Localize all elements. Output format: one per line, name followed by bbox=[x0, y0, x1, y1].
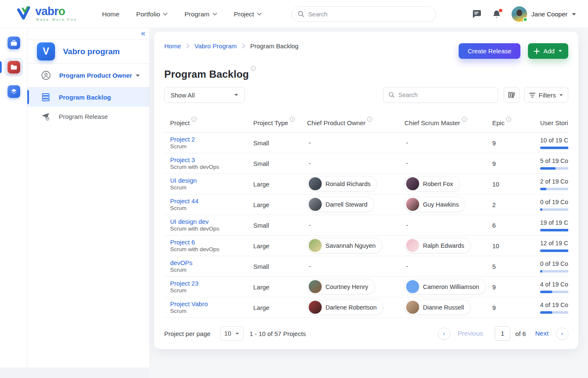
project-methodology: Scrum bbox=[170, 205, 253, 212]
project-methodology: Scrum bbox=[170, 287, 253, 294]
table-header-row: Projecti Project Typei Chief Product Own… bbox=[164, 113, 568, 133]
chief-scrum-master-pill[interactable]: Robert Fox bbox=[404, 176, 460, 192]
chevron-down-icon bbox=[559, 94, 563, 97]
breadcrumb-home[interactable]: Home bbox=[164, 42, 181, 50]
project-link[interactable]: devOPs bbox=[170, 259, 253, 267]
table-search-input[interactable] bbox=[398, 92, 493, 98]
chief-product-owner-pill[interactable]: Ronald Richards bbox=[307, 176, 377, 192]
chief-scrum-master-pill[interactable]: Guy Hawkins bbox=[404, 197, 465, 212]
progress-bar bbox=[540, 147, 568, 149]
project-link[interactable]: Project 2 bbox=[170, 136, 253, 143]
rail-item-portfolio[interactable] bbox=[0, 34, 27, 52]
brand-logo[interactable]: vabro Make Work Fun bbox=[17, 5, 77, 22]
user-stories-label: 5 of 19 Completed bbox=[540, 158, 568, 164]
project-link[interactable]: Project 44 bbox=[170, 197, 253, 205]
project-size: Small bbox=[253, 263, 307, 270]
user-stories-label: 0 of 19 Completed bbox=[540, 260, 568, 267]
page-title: Program Backlog bbox=[164, 68, 249, 80]
sidebar: « V Vabro program Program Product Owner … bbox=[27, 28, 150, 368]
nav-item-home[interactable]: Home bbox=[102, 10, 119, 18]
project-link[interactable]: Project Vabro bbox=[170, 300, 253, 308]
table-row[interactable]: Project 6 Scrum with devOps Large Savann… bbox=[164, 236, 568, 256]
chief-product-owner-pill[interactable]: Courtney Henry bbox=[307, 279, 375, 294]
nav-item-program[interactable]: Program bbox=[184, 10, 217, 18]
table-row[interactable]: UI design Scrum Large Ronald Richards Ro… bbox=[164, 174, 568, 194]
messages-icon[interactable] bbox=[471, 9, 481, 19]
chief-product-owner-cell: Darlene Robertson bbox=[307, 299, 404, 315]
chief-product-owner-pill[interactable]: Savannah Nguyen bbox=[307, 238, 382, 253]
rail-item-layers[interactable] bbox=[0, 82, 27, 101]
column-settings-button[interactable] bbox=[504, 87, 520, 103]
epic-count: 9 bbox=[492, 284, 540, 291]
filters-button[interactable]: Filters bbox=[524, 87, 568, 103]
project-size: Small bbox=[253, 222, 307, 229]
user-menu[interactable]: Jane Cooper bbox=[512, 6, 576, 22]
person-name: Robert Fox bbox=[423, 181, 453, 187]
info-icon: i bbox=[290, 117, 295, 122]
table-row[interactable]: Project 44 Scrum Large Darrell Steward G… bbox=[164, 194, 568, 215]
person-name: Ralph Edwards bbox=[423, 242, 464, 249]
user-stories-cell: 4 of 19 Completed bbox=[540, 281, 568, 293]
top-navbar: vabro Make Work Fun Home Portfolio Progr… bbox=[0, 0, 588, 28]
prev-page-circle-button[interactable]: ‹ bbox=[438, 328, 450, 340]
col-header-project: Projecti bbox=[164, 119, 253, 126]
table-row[interactable]: Project 3 Scrum with devOps Small - - 9 … bbox=[164, 153, 568, 174]
chevron-down-icon bbox=[572, 13, 576, 16]
nav-item-portfolio[interactable]: Portfolio bbox=[136, 10, 168, 18]
project-link[interactable]: Project 6 bbox=[170, 239, 253, 246]
chief-scrum-master-cell: Guy Hawkins bbox=[404, 197, 492, 213]
col-header-chief-scrum-master: Chief Scrum Masteri bbox=[404, 119, 492, 126]
chief-product-owner-pill[interactable]: Darrell Steward bbox=[307, 197, 374, 212]
user-stories-label: 4 of 19 Completed bbox=[540, 302, 568, 308]
sidebar-item-program-backlog[interactable]: Program Backlog bbox=[27, 87, 150, 107]
progress-bar bbox=[540, 188, 568, 190]
chief-scrum-master-pill[interactable]: Cameron Williamson bbox=[404, 279, 486, 294]
project-link[interactable]: Project 23 bbox=[170, 280, 253, 287]
table-row[interactable]: Project 2 Scrum Small - - 9 10 of 19 Com… bbox=[164, 133, 568, 153]
epic-count: 9 bbox=[492, 139, 540, 147]
chief-scrum-master-empty: - bbox=[404, 160, 408, 167]
page-input[interactable] bbox=[495, 326, 510, 341]
show-all-select[interactable]: Show All bbox=[164, 87, 245, 103]
table-row[interactable]: Project 23 Scrum Large Courtney Henry Ca… bbox=[164, 277, 568, 297]
create-release-button[interactable]: Create Release bbox=[459, 43, 520, 59]
avatar bbox=[512, 6, 527, 22]
search-input[interactable] bbox=[308, 11, 430, 18]
table-row[interactable]: devOPs Scrum Small - - 5 0 of 19 Complet… bbox=[164, 256, 568, 277]
breadcrumb-vabro-program[interactable]: Vabro Program bbox=[194, 42, 237, 50]
sidebar-item-program-release[interactable]: Program Release bbox=[27, 107, 150, 126]
user-stories-cell: 2 of 19 Completed bbox=[540, 178, 568, 190]
epic-count: 6 bbox=[492, 222, 540, 229]
briefcase-icon bbox=[8, 37, 20, 49]
chief-product-owner-pill[interactable]: Darlene Robertson bbox=[307, 299, 383, 315]
user-stories-label: 19 of 19 Completed bbox=[540, 219, 568, 226]
chief-scrum-master-pill[interactable]: Ralph Edwards bbox=[404, 238, 471, 253]
user-stories-label: 12 of 19 Completed bbox=[540, 240, 568, 247]
rail-item-projects-active[interactable] bbox=[0, 58, 27, 76]
nav-item-project[interactable]: Project bbox=[234, 10, 262, 18]
notifications-icon[interactable] bbox=[491, 9, 501, 19]
next-button[interactable]: Next bbox=[535, 330, 549, 337]
role-selector[interactable]: Program Product Owner bbox=[27, 64, 150, 87]
chief-product-owner-cell: Courtney Henry bbox=[307, 279, 404, 295]
rail-active-indicator bbox=[0, 61, 2, 73]
per-page-select[interactable]: 10 bbox=[220, 326, 244, 341]
progress-bar bbox=[540, 270, 568, 273]
previous-button[interactable]: Previous bbox=[458, 330, 483, 337]
chief-scrum-master-cell: - bbox=[404, 262, 492, 270]
user-stories-label: 0 of 19 Completed bbox=[540, 199, 568, 205]
table-row[interactable]: Project Vabro Scrum Large Darlene Robert… bbox=[164, 297, 568, 318]
table-row[interactable]: UI design dev Scrum with devOps Small - … bbox=[164, 215, 568, 236]
chief-scrum-master-cell: Ralph Edwards bbox=[404, 238, 492, 254]
user-stories-cell: 5 of 19 Completed bbox=[540, 158, 568, 170]
user-stories-cell: 19 of 19 Completed bbox=[540, 219, 568, 231]
chief-scrum-master-pill[interactable]: Dianne Russell bbox=[404, 299, 471, 315]
project-link[interactable]: Project 3 bbox=[170, 156, 253, 164]
chief-scrum-master-cell: Robert Fox bbox=[404, 176, 492, 192]
next-page-circle-button[interactable]: › bbox=[556, 328, 568, 340]
project-link[interactable]: UI design bbox=[170, 177, 253, 184]
add-button[interactable]: Add bbox=[528, 43, 568, 59]
brand-tagline: Make Work Fun bbox=[36, 18, 77, 21]
collapse-sidebar-button[interactable]: « bbox=[141, 29, 144, 37]
project-link[interactable]: UI design dev bbox=[170, 218, 253, 226]
